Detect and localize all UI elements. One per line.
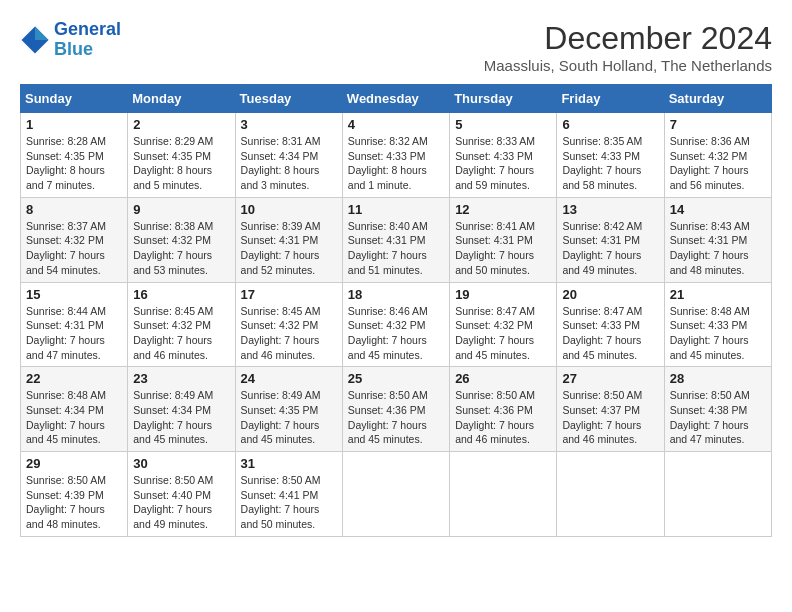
logo-icon [20, 25, 50, 55]
calendar-week-3: 15Sunrise: 8:44 AM Sunset: 4:31 PM Dayli… [21, 282, 772, 367]
calendar-week-4: 22Sunrise: 8:48 AM Sunset: 4:34 PM Dayli… [21, 367, 772, 452]
day-info: Sunrise: 8:48 AM Sunset: 4:33 PM Dayligh… [670, 304, 766, 363]
calendar-cell [450, 452, 557, 537]
day-number: 9 [133, 202, 229, 217]
day-info: Sunrise: 8:49 AM Sunset: 4:35 PM Dayligh… [241, 388, 337, 447]
day-info: Sunrise: 8:50 AM Sunset: 4:39 PM Dayligh… [26, 473, 122, 532]
calendar-cell [557, 452, 664, 537]
calendar-cell: 19Sunrise: 8:47 AM Sunset: 4:32 PM Dayli… [450, 282, 557, 367]
day-number: 8 [26, 202, 122, 217]
day-number: 20 [562, 287, 658, 302]
day-number: 3 [241, 117, 337, 132]
day-number: 17 [241, 287, 337, 302]
day-number: 22 [26, 371, 122, 386]
day-number: 1 [26, 117, 122, 132]
calendar-cell: 27Sunrise: 8:50 AM Sunset: 4:37 PM Dayli… [557, 367, 664, 452]
weekday-header-wednesday: Wednesday [342, 85, 449, 113]
weekday-header-saturday: Saturday [664, 85, 771, 113]
day-number: 15 [26, 287, 122, 302]
day-info: Sunrise: 8:47 AM Sunset: 4:33 PM Dayligh… [562, 304, 658, 363]
calendar-cell: 21Sunrise: 8:48 AM Sunset: 4:33 PM Dayli… [664, 282, 771, 367]
calendar-week-5: 29Sunrise: 8:50 AM Sunset: 4:39 PM Dayli… [21, 452, 772, 537]
day-info: Sunrise: 8:50 AM Sunset: 4:40 PM Dayligh… [133, 473, 229, 532]
day-number: 5 [455, 117, 551, 132]
day-info: Sunrise: 8:50 AM Sunset: 4:41 PM Dayligh… [241, 473, 337, 532]
day-info: Sunrise: 8:38 AM Sunset: 4:32 PM Dayligh… [133, 219, 229, 278]
day-info: Sunrise: 8:28 AM Sunset: 4:35 PM Dayligh… [26, 134, 122, 193]
day-number: 11 [348, 202, 444, 217]
day-info: Sunrise: 8:37 AM Sunset: 4:32 PM Dayligh… [26, 219, 122, 278]
calendar-cell: 16Sunrise: 8:45 AM Sunset: 4:32 PM Dayli… [128, 282, 235, 367]
day-number: 23 [133, 371, 229, 386]
calendar-cell: 31Sunrise: 8:50 AM Sunset: 4:41 PM Dayli… [235, 452, 342, 537]
calendar-cell: 26Sunrise: 8:50 AM Sunset: 4:36 PM Dayli… [450, 367, 557, 452]
calendar-cell: 24Sunrise: 8:49 AM Sunset: 4:35 PM Dayli… [235, 367, 342, 452]
day-info: Sunrise: 8:46 AM Sunset: 4:32 PM Dayligh… [348, 304, 444, 363]
calendar-cell: 4Sunrise: 8:32 AM Sunset: 4:33 PM Daylig… [342, 113, 449, 198]
day-info: Sunrise: 8:33 AM Sunset: 4:33 PM Dayligh… [455, 134, 551, 193]
day-number: 27 [562, 371, 658, 386]
svg-marker-1 [35, 26, 49, 40]
day-number: 16 [133, 287, 229, 302]
day-info: Sunrise: 8:40 AM Sunset: 4:31 PM Dayligh… [348, 219, 444, 278]
day-number: 30 [133, 456, 229, 471]
calendar-cell: 22Sunrise: 8:48 AM Sunset: 4:34 PM Dayli… [21, 367, 128, 452]
weekday-header-friday: Friday [557, 85, 664, 113]
day-number: 4 [348, 117, 444, 132]
calendar-cell: 7Sunrise: 8:36 AM Sunset: 4:32 PM Daylig… [664, 113, 771, 198]
day-info: Sunrise: 8:50 AM Sunset: 4:36 PM Dayligh… [455, 388, 551, 447]
calendar-week-1: 1Sunrise: 8:28 AM Sunset: 4:35 PM Daylig… [21, 113, 772, 198]
calendar-table: SundayMondayTuesdayWednesdayThursdayFrid… [20, 84, 772, 537]
day-number: 19 [455, 287, 551, 302]
day-info: Sunrise: 8:41 AM Sunset: 4:31 PM Dayligh… [455, 219, 551, 278]
calendar-cell: 3Sunrise: 8:31 AM Sunset: 4:34 PM Daylig… [235, 113, 342, 198]
day-info: Sunrise: 8:31 AM Sunset: 4:34 PM Dayligh… [241, 134, 337, 193]
calendar-cell: 11Sunrise: 8:40 AM Sunset: 4:31 PM Dayli… [342, 197, 449, 282]
day-number: 18 [348, 287, 444, 302]
day-number: 10 [241, 202, 337, 217]
day-number: 31 [241, 456, 337, 471]
calendar-cell: 9Sunrise: 8:38 AM Sunset: 4:32 PM Daylig… [128, 197, 235, 282]
calendar-cell: 12Sunrise: 8:41 AM Sunset: 4:31 PM Dayli… [450, 197, 557, 282]
calendar-cell: 8Sunrise: 8:37 AM Sunset: 4:32 PM Daylig… [21, 197, 128, 282]
calendar-cell: 10Sunrise: 8:39 AM Sunset: 4:31 PM Dayli… [235, 197, 342, 282]
day-number: 26 [455, 371, 551, 386]
calendar-cell [664, 452, 771, 537]
day-info: Sunrise: 8:44 AM Sunset: 4:31 PM Dayligh… [26, 304, 122, 363]
calendar-cell: 14Sunrise: 8:43 AM Sunset: 4:31 PM Dayli… [664, 197, 771, 282]
day-info: Sunrise: 8:47 AM Sunset: 4:32 PM Dayligh… [455, 304, 551, 363]
day-info: Sunrise: 8:39 AM Sunset: 4:31 PM Dayligh… [241, 219, 337, 278]
logo: General Blue [20, 20, 121, 60]
day-number: 25 [348, 371, 444, 386]
subtitle: Maassluis, South Holland, The Netherland… [484, 57, 772, 74]
calendar-cell: 2Sunrise: 8:29 AM Sunset: 4:35 PM Daylig… [128, 113, 235, 198]
weekday-header-tuesday: Tuesday [235, 85, 342, 113]
weekday-header-thursday: Thursday [450, 85, 557, 113]
calendar-cell: 25Sunrise: 8:50 AM Sunset: 4:36 PM Dayli… [342, 367, 449, 452]
day-info: Sunrise: 8:50 AM Sunset: 4:37 PM Dayligh… [562, 388, 658, 447]
calendar-cell: 6Sunrise: 8:35 AM Sunset: 4:33 PM Daylig… [557, 113, 664, 198]
calendar-cell [342, 452, 449, 537]
day-info: Sunrise: 8:50 AM Sunset: 4:36 PM Dayligh… [348, 388, 444, 447]
day-number: 7 [670, 117, 766, 132]
day-info: Sunrise: 8:36 AM Sunset: 4:32 PM Dayligh… [670, 134, 766, 193]
calendar-cell: 1Sunrise: 8:28 AM Sunset: 4:35 PM Daylig… [21, 113, 128, 198]
calendar-week-2: 8Sunrise: 8:37 AM Sunset: 4:32 PM Daylig… [21, 197, 772, 282]
page-header: General Blue December 2024 Maassluis, So… [20, 20, 772, 74]
day-info: Sunrise: 8:42 AM Sunset: 4:31 PM Dayligh… [562, 219, 658, 278]
day-info: Sunrise: 8:35 AM Sunset: 4:33 PM Dayligh… [562, 134, 658, 193]
day-number: 24 [241, 371, 337, 386]
calendar-cell: 18Sunrise: 8:46 AM Sunset: 4:32 PM Dayli… [342, 282, 449, 367]
day-number: 21 [670, 287, 766, 302]
calendar-cell: 30Sunrise: 8:50 AM Sunset: 4:40 PM Dayli… [128, 452, 235, 537]
logo-text: General Blue [54, 20, 121, 60]
day-number: 29 [26, 456, 122, 471]
day-number: 13 [562, 202, 658, 217]
calendar-header-row: SundayMondayTuesdayWednesdayThursdayFrid… [21, 85, 772, 113]
day-number: 12 [455, 202, 551, 217]
day-info: Sunrise: 8:43 AM Sunset: 4:31 PM Dayligh… [670, 219, 766, 278]
calendar-cell: 28Sunrise: 8:50 AM Sunset: 4:38 PM Dayli… [664, 367, 771, 452]
day-info: Sunrise: 8:45 AM Sunset: 4:32 PM Dayligh… [241, 304, 337, 363]
day-number: 14 [670, 202, 766, 217]
day-number: 6 [562, 117, 658, 132]
